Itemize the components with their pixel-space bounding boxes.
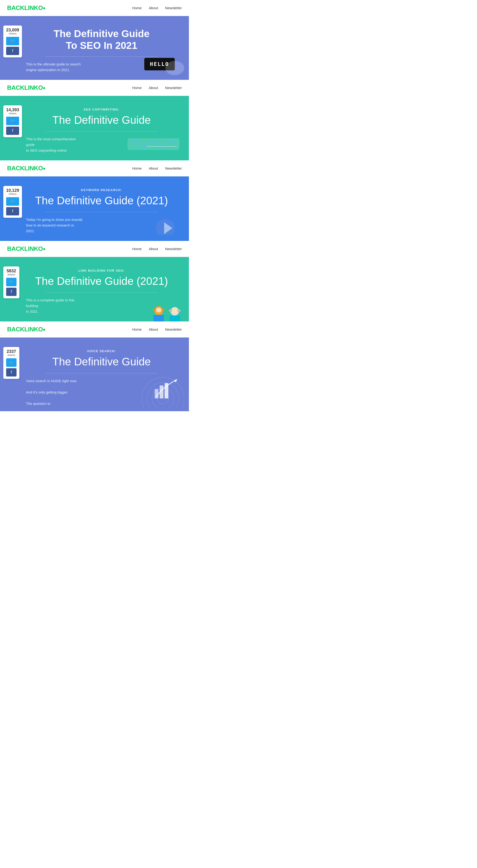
twitter-icon-5[interactable]: 🐦 <box>6 358 17 367</box>
hero-title-1: The Definitive GuideTo SEO In 2021 <box>21 28 182 52</box>
deco-wave-2 <box>128 133 180 153</box>
share-count-5: 2337 <box>6 349 17 353</box>
share-label-3: shares <box>6 192 19 195</box>
nav-links-1: Home About Newsletter <box>132 6 182 10</box>
twitter-icon-2[interactable]: 🐦 <box>6 117 19 125</box>
navbar-2: BACKLINKO Home About Newsletter <box>0 80 189 96</box>
nav-links-3: Home About Newsletter <box>132 166 182 170</box>
hero-content-1: The Definitive GuideTo SEO In 2021 <box>7 28 182 57</box>
nav-newsletter-2[interactable]: Newsletter <box>165 86 182 90</box>
nav-home-5[interactable]: Home <box>132 328 142 331</box>
logo-4[interactable]: BACKLINKO <box>7 245 45 252</box>
nav-newsletter-3[interactable]: Newsletter <box>165 166 182 170</box>
navbar-5: BACKLINKO Home About Newsletter <box>0 321 189 338</box>
hero-section-5: 2337 shares 🐦 f VOICE SEARCH: The Defini… <box>0 338 189 411</box>
share-box-2: 14,393 shares 🐦 f <box>3 105 22 137</box>
facebook-icon-4[interactable]: f <box>6 288 17 296</box>
svg-point-6 <box>156 308 161 312</box>
navbar-4: BACKLINKO Home About Newsletter <box>0 241 189 257</box>
hero-section-2: 14,393 shares 🐦 f SEO COPYWRITING: The D… <box>0 96 189 160</box>
share-count-2: 14,393 <box>6 108 19 112</box>
navbar-3: BACKLINKO Home About Newsletter <box>0 160 189 177</box>
twitter-icon-3[interactable]: 🐦 <box>6 197 19 206</box>
share-count-4: 5832 <box>6 269 17 273</box>
deco-chart-5 <box>142 375 184 409</box>
logo-1[interactable]: BACKLINKO <box>7 4 45 11</box>
hero-category-4: LINK BUILDING FOR SEO: <box>21 269 182 272</box>
svg-rect-16 <box>155 389 158 399</box>
hero-desc-1: This is the ultimate guide to searchengi… <box>7 61 83 80</box>
deco-arrow-3 <box>151 216 180 236</box>
share-label-5: shares <box>6 353 17 356</box>
hero-content-3: KEYWORD RESEARCH: The Definitive Guide (… <box>7 188 182 212</box>
hero-title-2: The Definitive Guide <box>21 114 182 127</box>
nav-home-4[interactable]: Home <box>132 247 142 251</box>
twitter-icon-1[interactable]: 🐦 <box>6 37 19 45</box>
hero-title-5: The Definitive Guide <box>21 355 182 368</box>
nav-newsletter-1[interactable]: Newsletter <box>165 6 182 10</box>
logo-3[interactable]: BACKLINKO <box>7 165 45 172</box>
hero-desc-3: Today I'm going to show you exactlyhow t… <box>7 217 83 241</box>
nav-home-2[interactable]: Home <box>132 86 142 90</box>
facebook-icon-5[interactable]: f <box>6 368 17 376</box>
logo-2[interactable]: BACKLINKO <box>7 84 45 91</box>
facebook-icon-1[interactable]: f <box>6 47 19 55</box>
svg-rect-7 <box>154 315 164 321</box>
share-box-4: 5832 shares 🐦 f <box>3 267 19 298</box>
hero-category-3: KEYWORD RESEARCH: <box>21 188 182 192</box>
nav-links-2: Home About Newsletter <box>132 86 182 90</box>
hero-content-5: VOICE SEARCH: The Definitive Guide <box>7 349 182 373</box>
svg-point-10 <box>172 308 178 313</box>
hero-desc-5: Voice search is HUGE right now. And it's… <box>7 378 83 411</box>
nav-about-1[interactable]: About <box>149 6 158 10</box>
nav-home-1[interactable]: Home <box>132 6 142 10</box>
twitter-icon-4[interactable]: 🐦 <box>6 278 17 286</box>
hero-desc-2: This is the most comprehensive guideto S… <box>7 136 83 160</box>
hero-desc-4: This is a complete guide to link buildin… <box>7 297 83 321</box>
hero-title-3: The Definitive Guide (2021) <box>21 194 182 207</box>
deco-circle-1 <box>165 61 184 75</box>
share-box-5: 2337 shares 🐦 f <box>3 347 19 379</box>
hero-content-4: LINK BUILDING FOR SEO: The Definitive Gu… <box>7 269 182 292</box>
share-label-1: shares <box>6 32 19 35</box>
svg-rect-0 <box>128 138 180 150</box>
nav-links-4: Home About Newsletter <box>132 247 182 251</box>
nav-newsletter-4[interactable]: Newsletter <box>165 247 182 251</box>
nav-about-3[interactable]: About <box>149 166 158 170</box>
facebook-icon-3[interactable]: f <box>6 207 19 215</box>
share-label-2: shares <box>6 112 19 115</box>
share-count-3: 10,129 <box>6 188 19 192</box>
hero-category-5: VOICE SEARCH: <box>21 349 182 353</box>
nav-about-4[interactable]: About <box>149 247 158 251</box>
hero-category-2: SEO COPYWRITING: <box>21 108 182 111</box>
navbar-1: BACKLINKO Home About Newsletter <box>0 0 189 16</box>
logo-5[interactable]: BACKLINKO <box>7 326 45 333</box>
hero-section-1: 23,009 shares 🐦 f The Definitive GuideTo… <box>0 16 189 80</box>
share-box-1: 23,009 shares 🐦 f <box>3 26 22 57</box>
share-box-3: 10,129 shares 🐦 f <box>3 186 22 218</box>
deco-workers-4 <box>152 305 182 321</box>
hero-title-4: The Definitive Guide (2021) <box>21 275 182 288</box>
hero-section-3: 10,129 shares 🐦 f KEYWORD RESEARCH: The … <box>0 177 189 241</box>
nav-newsletter-5[interactable]: Newsletter <box>165 328 182 331</box>
facebook-icon-2[interactable]: f <box>6 127 19 135</box>
nav-links-5: Home About Newsletter <box>132 328 182 331</box>
svg-rect-11 <box>169 315 180 321</box>
share-count-1: 23,009 <box>6 28 19 32</box>
nav-about-5[interactable]: About <box>149 328 158 331</box>
share-label-4: shares <box>6 273 17 276</box>
hero-content-2: SEO COPYWRITING: The Definitive Guide <box>7 108 182 131</box>
nav-home-3[interactable]: Home <box>132 166 142 170</box>
hero-section-4: 5832 shares 🐦 f LINK BUILDING FOR SEO: T… <box>0 257 189 321</box>
nav-about-2[interactable]: About <box>149 86 158 90</box>
